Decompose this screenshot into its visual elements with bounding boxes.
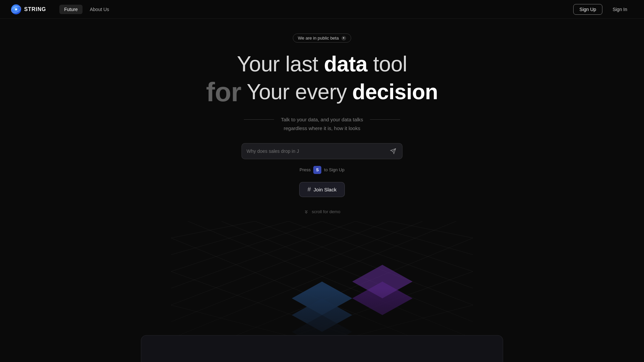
bottom-panel [141,335,503,362]
scroll-hint-text: scroll for demo [312,209,340,214]
slack-hash-icon: # [308,186,311,193]
press-label-post: to Sign Up [324,167,344,172]
hero-heading: Your last data tool for Your every decis… [206,52,438,108]
svg-line-19 [171,221,356,288]
subtitle-line2: regardless where it is, how it looks [284,124,360,132]
nav-links: Future About Us [59,5,573,14]
press-label-pre: Press [300,167,311,172]
signup-button[interactable]: Sign Up [573,4,603,15]
nav-link-about[interactable]: About Us [85,5,114,14]
logo[interactable]: STRING [11,4,46,15]
hero-line1-post: tool [367,52,407,76]
subtitle-rule-left [244,119,274,120]
subtitle-line1: Talk to your data, and your data talks [244,116,400,124]
hero-for-word: for [206,77,241,108]
navbar: STRING Future About Us Sign Up Sign In [0,0,644,19]
press-key-badge: S [313,166,321,174]
search-input[interactable] [247,148,385,154]
search-send-button[interactable] [389,147,397,156]
svg-line-20 [171,221,322,272]
hero-line2: for Your every decision [206,77,438,108]
subtitle-rule-right [370,119,400,120]
hero-subtitle: Talk to your data, and your data talks r… [244,116,400,132]
hero-line1-bold: data [324,52,368,76]
hero-line1: Your last data tool [206,52,438,77]
hero-line2-pre: Your every [247,80,347,105]
press-hint: Press S to Sign Up [300,166,344,174]
hero-line2-bold: decision [352,80,438,105]
beta-badge-icon [341,36,346,41]
signin-button[interactable]: Sign In [606,4,633,14]
scroll-hint: scroll for demo [304,209,340,215]
logo-text: STRING [24,6,46,12]
nav-link-future[interactable]: Future [59,5,82,14]
hero-line1-pre: Your last [237,52,324,76]
svg-point-2 [15,8,17,10]
svg-line-9 [322,221,473,272]
search-bar [241,143,402,159]
logo-icon [11,4,21,15]
main-content: We are in public beta Your last data too… [0,0,644,362]
beta-badge-text: We are in public beta [298,36,339,41]
join-slack-button[interactable]: # Join Slack [299,182,345,197]
beta-badge[interactable]: We are in public beta [293,34,351,43]
nav-actions: Sign Up Sign In [573,4,633,15]
join-slack-label: Join Slack [314,187,336,192]
chevron-down-icon [304,209,309,215]
